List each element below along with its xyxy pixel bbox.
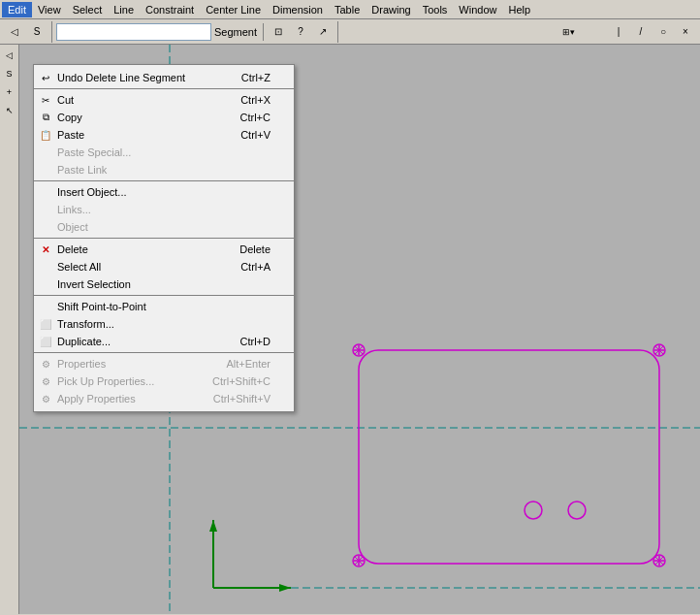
dropdown-group-clipboard: ✂ Cut Ctrl+X ⧉ Copy Ctrl+C 📋 Paste Ctrl+…: [34, 89, 294, 181]
dropdown-item-delete[interactable]: ✕ Delete Delete: [34, 241, 294, 258]
cut-icon: ✂: [38, 92, 53, 108]
insert-object-icon: [38, 184, 53, 200]
dropdown-item-undo[interactable]: ↩ Undo Delete Line Segment Ctrl+Z: [34, 69, 294, 86]
sidebar-btn-2[interactable]: S: [1, 65, 18, 82]
shift-point-label: Shift Point-to-Point: [57, 301, 146, 312]
menu-window[interactable]: Window: [453, 2, 502, 17]
pickup-icon: ⚙: [38, 373, 53, 389]
toolbar-section-1: ◁ S: [4, 21, 52, 43]
object-label: Object: [57, 221, 88, 233]
dropdown-item-insert-object[interactable]: Insert Object...: [34, 183, 294, 201]
apply-props-label: Apply Properties: [57, 393, 136, 405]
cut-shortcut: Ctrl+X: [221, 94, 270, 106]
menu-edit[interactable]: Edit: [2, 2, 32, 17]
delete-shortcut: Delete: [220, 243, 270, 255]
dropdown-group-undo: ↩ Undo Delete Line Segment Ctrl+Z: [34, 67, 294, 89]
paste-shortcut: Ctrl+V: [221, 129, 270, 141]
paste-link-icon: [38, 162, 53, 178]
segment-label: Segment: [214, 26, 257, 38]
menu-tools[interactable]: Tools: [417, 2, 454, 17]
toolbar-arrow-btn[interactable]: ↗: [312, 22, 334, 42]
menu-dimension[interactable]: Dimension: [267, 2, 329, 17]
dropdown-item-cut[interactable]: ✂ Cut Ctrl+X: [34, 91, 294, 109]
dropdown-item-apply-props: ⚙ Apply Properties Ctrl+Shift+V: [34, 390, 294, 407]
apply-props-icon: ⚙: [38, 391, 53, 406]
toolbar-right-btn2[interactable]: |: [608, 22, 629, 42]
transform-label: Transform...: [57, 318, 114, 330]
select-all-icon: [38, 259, 53, 275]
sidebar-btn-cursor[interactable]: ↖: [1, 102, 18, 119]
cut-label: Cut: [57, 94, 74, 106]
menu-help[interactable]: Help: [502, 2, 536, 17]
dropdown-item-transform[interactable]: ⬜ Transform...: [34, 315, 294, 333]
menu-select[interactable]: Select: [67, 2, 109, 17]
toolbar-right-btn4[interactable]: ○: [652, 22, 674, 42]
paste-link-label: Paste Link: [57, 164, 107, 176]
paste-label: Paste: [57, 129, 84, 141]
dropdown-group-insert: Insert Object... Links... Object: [34, 181, 294, 239]
sidebar-btn-1[interactable]: ◁: [1, 47, 18, 64]
dropdown-item-links: Links...: [34, 201, 294, 218]
dropdown-group-transform: Shift Point-to-Point ⬜ Transform... ⬜ Du…: [34, 296, 294, 353]
sidebar-btn-3[interactable]: +: [1, 83, 18, 101]
duplicate-label: Duplicate...: [57, 336, 111, 347]
menu-constraint[interactable]: Constraint: [140, 2, 200, 17]
menu-line[interactable]: Line: [108, 2, 140, 17]
copy-icon: ⧉: [38, 110, 53, 125]
toolbar-filter-btn[interactable]: ⊡: [268, 22, 289, 42]
links-icon: [38, 202, 53, 217]
duplicate-shortcut: Ctrl+D: [221, 336, 270, 347]
dropdown-item-duplicate[interactable]: ⬜ Duplicate... Ctrl+D: [34, 333, 294, 350]
toolbar-section-2: ⊡ ? ↗: [268, 21, 338, 43]
undo-icon: ↩: [38, 70, 53, 85]
apply-props-shortcut: Ctrl+Shift+V: [194, 393, 270, 405]
main-area: ◁ S + ↖: [0, 45, 700, 614]
dropdown-item-shift-point[interactable]: Shift Point-to-Point: [34, 298, 294, 315]
invert-selection-icon: [38, 276, 53, 292]
dropdown-item-paste[interactable]: 📋 Paste Ctrl+V: [34, 126, 294, 144]
dropdown-item-select-all[interactable]: Select All Ctrl+A: [34, 258, 294, 275]
menu-bar: Edit View Select Line Constraint Center …: [0, 0, 700, 19]
dropdown-item-properties: ⚙ Properties Alt+Enter: [34, 355, 294, 372]
segment-input[interactable]: [56, 23, 211, 41]
toolbar-help-btn[interactable]: ?: [290, 22, 311, 42]
paste-special-label: Paste Special...: [57, 146, 131, 158]
select-all-label: Select All: [57, 261, 101, 273]
copy-label: Copy: [57, 112, 82, 123]
edit-dropdown-menu: ↩ Undo Delete Line Segment Ctrl+Z ✂ Cut …: [33, 64, 295, 412]
menu-table[interactable]: Table: [329, 2, 366, 17]
pickup-shortcut: Ctrl+Shift+C: [193, 375, 270, 387]
paste-icon: 📋: [38, 127, 53, 143]
select-all-shortcut: Ctrl+A: [221, 261, 270, 273]
menu-drawing[interactable]: Drawing: [366, 2, 416, 17]
toolbar-right-btn1[interactable]: ⊞▾: [529, 22, 607, 42]
transform-icon: ⬜: [38, 316, 53, 332]
toolbar-btn-1[interactable]: ◁: [4, 22, 25, 42]
dropdown-item-copy[interactable]: ⧉ Copy Ctrl+C: [34, 109, 294, 126]
dropdown-group-properties: ⚙ Properties Alt+Enter ⚙ Pick Up Propert…: [34, 353, 294, 409]
undo-label: Undo Delete Line Segment: [57, 72, 185, 83]
menu-view[interactable]: View: [32, 2, 67, 17]
insert-object-label: Insert Object...: [57, 186, 127, 198]
object-icon: [38, 219, 53, 235]
dropdown-item-pickup: ⚙ Pick Up Properties... Ctrl+Shift+C: [34, 372, 294, 390]
dropdown-item-paste-link: Paste Link: [34, 161, 294, 178]
pickup-label: Pick Up Properties...: [57, 375, 154, 387]
dropdown-item-invert-selection[interactable]: Invert Selection: [34, 275, 294, 293]
copy-shortcut: Ctrl+C: [221, 112, 270, 123]
delete-label: Delete: [57, 243, 88, 255]
toolbar-btn-2[interactable]: S: [26, 22, 48, 42]
properties-label: Properties: [57, 358, 106, 370]
menu-centerline[interactable]: Center Line: [200, 2, 267, 17]
properties-icon: ⚙: [38, 356, 53, 372]
toolbar: ◁ S Segment ⊡ ? ↗ ⊞▾ | / ○ ×: [0, 19, 700, 45]
left-sidebar: ◁ S + ↖: [0, 45, 19, 614]
toolbar-right-btn3[interactable]: /: [630, 22, 652, 42]
dropdown-item-object: Object: [34, 218, 294, 236]
duplicate-icon: ⬜: [38, 334, 53, 349]
toolbar-right-btn5[interactable]: ×: [675, 22, 696, 42]
invert-selection-label: Invert Selection: [57, 278, 131, 290]
paste-special-icon: [38, 145, 53, 160]
delete-icon: ✕: [38, 242, 53, 257]
dropdown-item-paste-special: Paste Special...: [34, 144, 294, 161]
